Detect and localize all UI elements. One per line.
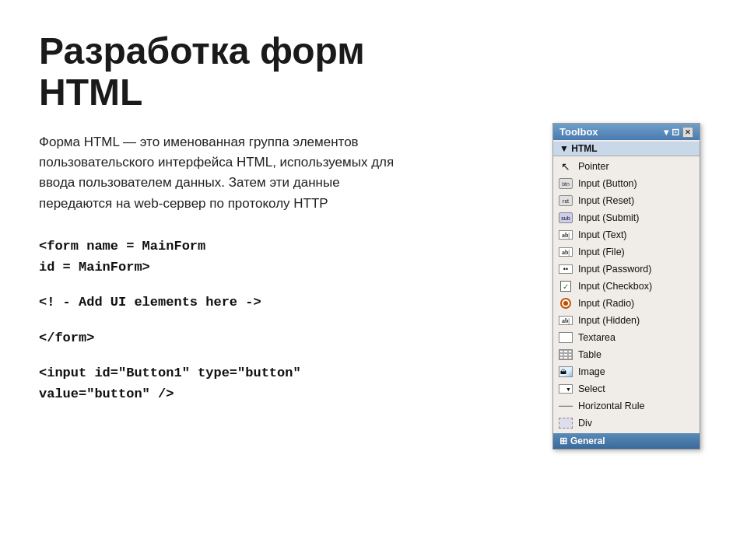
toolbox-item-icon-pointer: ↖ <box>558 159 573 173</box>
toolbox-item-label: Horizontal Rule <box>578 401 644 411</box>
description: Форма HTML — это именованная группа элем… <box>39 132 412 214</box>
code-block-input: <input id="Button1" type="button" value=… <box>39 362 412 404</box>
toolbox-item-icon-textarea <box>558 331 573 345</box>
toolbox-item-file[interactable]: ab| Input (File) <box>553 243 700 261</box>
toolbox-titlebar-icons: ▾ ⊡ ✕ <box>664 127 693 138</box>
toolbox-item-select[interactable]: ▼ Select <box>553 380 700 397</box>
page-title: Разработка форм HTML <box>39 31 412 114</box>
div-icon <box>559 418 573 429</box>
radio-icon <box>560 298 571 309</box>
toolbox-item-checkbox[interactable]: ✓ Input (Checkbox) <box>553 278 700 295</box>
toolbox-title: Toolbox <box>559 126 598 138</box>
toolbox-item-reset[interactable]: rst Input (Reset) <box>553 192 700 209</box>
toolbox-item-icon-file: ab| <box>558 245 573 259</box>
checkbox-icon: ✓ <box>560 281 571 292</box>
code-input-line2: value="button" /> <box>39 383 412 404</box>
textarea-icon <box>559 332 573 343</box>
toolbox-item-hr[interactable]: Horizontal Rule <box>553 397 700 415</box>
toolbox-item-icon-reset: rst <box>558 194 573 208</box>
dock-icon[interactable]: ⊡ <box>672 127 679 138</box>
hr-icon <box>559 403 573 409</box>
toolbox-item-label: Input (Checkbox) <box>578 281 652 292</box>
toolbox-item-button[interactable]: btn Input (Button) <box>553 175 700 192</box>
pointer-icon: ↖ <box>561 160 570 173</box>
file-icon: ab| <box>559 247 573 257</box>
toolbox-item-label: Select <box>578 383 605 394</box>
toolbox-panel: Toolbox ▾ ⊡ ✕ ▼ HTML ↖ Pointer btn Input… <box>552 123 700 450</box>
toolbox-item-label: Input (Submit) <box>578 212 640 223</box>
code-comment: <! - Add UI elements here -> <box>39 292 412 313</box>
code-block-endform: </form> <box>39 327 412 348</box>
button-icon: btn <box>559 178 573 189</box>
reset-icon: rst <box>559 195 573 206</box>
toolbox-item-icon-password: •• <box>558 262 573 276</box>
text-icon: ab| <box>559 230 573 240</box>
toolbox-item-icon-div <box>558 416 573 430</box>
image-icon: 🏔 <box>559 366 573 377</box>
toolbox-item-icon-button: btn <box>558 177 573 191</box>
toolbox-item-icon-select: ▼ <box>558 382 573 396</box>
toolbox-item-table[interactable]: Table <box>553 346 700 363</box>
toolbox-item-icon-image: 🏔 <box>558 365 573 379</box>
toolbox-item-label: Input (Radio) <box>578 298 634 309</box>
toolbox-item-image[interactable]: 🏔 Image <box>553 363 700 380</box>
select-icon: ▼ <box>559 384 573 394</box>
toolbox-item-label: Table <box>578 349 601 360</box>
hidden-icon: ab| <box>559 316 573 325</box>
submit-icon: sub <box>559 212 573 223</box>
toolbox-item-icon-checkbox: ✓ <box>558 279 573 293</box>
toolbox-general-footer[interactable]: ⊞ General <box>553 433 700 449</box>
toolbox-item-label: Textarea <box>578 332 615 343</box>
code-block-comment: <! - Add UI elements here -> <box>39 292 412 313</box>
code-line-2: id = MainForm> <box>39 257 412 278</box>
password-icon: •• <box>559 264 573 274</box>
general-expand-icon: ⊞ <box>559 436 567 446</box>
toolbox-item-submit[interactable]: sub Input (Submit) <box>553 209 700 226</box>
toolbox-item-label: Input (Hidden) <box>578 315 640 326</box>
toolbox-item-label: Input (File) <box>578 247 625 257</box>
toolbox-item-icon-text: ab| <box>558 228 573 242</box>
toolbox-item-icon-hr <box>558 399 573 413</box>
main-content: Разработка форм HTML Форма HTML — это им… <box>0 0 451 442</box>
code-line-1: <form name = MainForm <box>39 236 412 257</box>
toolbox-item-text[interactable]: ab| Input (Text) <box>553 226 700 243</box>
pin-icon[interactable]: ▾ <box>664 127 668 138</box>
toolbox-item-label: Input (Button) <box>578 178 637 189</box>
toolbox-item-textarea[interactable]: Textarea <box>553 329 700 346</box>
toolbox-items-list: ↖ Pointer btn Input (Button) rst Input (… <box>553 156 700 433</box>
code-endform: </form> <box>39 327 412 348</box>
code-block-form: <form name = MainForm id = MainForm> <box>39 236 412 278</box>
toolbox-item-div[interactable]: Div <box>553 415 700 432</box>
toolbox-item-icon-submit: sub <box>558 211 573 225</box>
section-expand-icon: ▼ <box>559 143 569 154</box>
general-label: General <box>570 436 605 446</box>
toolbox-item-label: Div <box>578 418 592 429</box>
toolbox-titlebar[interactable]: Toolbox ▾ ⊡ ✕ <box>553 124 700 140</box>
toolbox-item-icon-hidden: ab| <box>558 313 573 327</box>
toolbox-item-label: Input (Text) <box>578 229 627 240</box>
toolbox-item-password[interactable]: •• Input (Password) <box>553 261 700 278</box>
toolbox-section-header: ▼ HTML <box>553 142 700 156</box>
toolbox-item-label: Input (Password) <box>578 264 651 275</box>
close-icon[interactable]: ✕ <box>682 127 693 138</box>
toolbox-item-icon-radio <box>558 296 573 310</box>
toolbox-item-pointer[interactable]: ↖ Pointer <box>553 158 700 175</box>
toolbox-item-label: Image <box>578 366 605 377</box>
toolbox-item-label: Pointer <box>578 161 609 172</box>
table-icon <box>559 349 573 360</box>
toolbox-item-hidden[interactable]: ab| Input (Hidden) <box>553 312 700 329</box>
toolbox-item-icon-table <box>558 348 573 362</box>
code-input-line1: <input id="Button1" type="button" <box>39 362 412 383</box>
toolbox-item-label: Input (Reset) <box>578 195 634 206</box>
toolbox-item-radio[interactable]: Input (Radio) <box>553 295 700 312</box>
section-label: HTML <box>571 143 597 154</box>
